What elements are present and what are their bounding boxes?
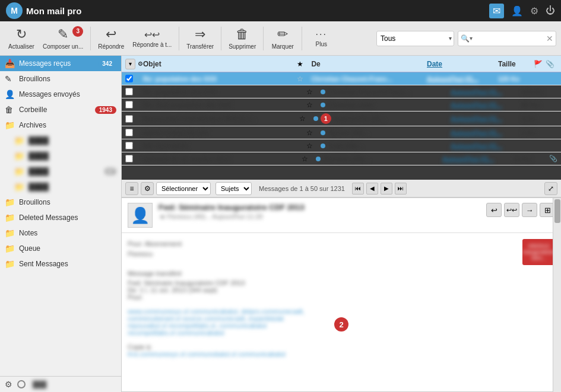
row-star[interactable]: ☆: [306, 129, 321, 137]
col-check: ▾ ⚙: [125, 59, 143, 69]
row-date: Aujourd'hui (f1...: [451, 129, 522, 136]
row-star[interactable]: ☆: [299, 114, 313, 123]
table-row[interactable]: Re: population des XXX ☆ Christian Chauv…: [122, 85, 561, 98]
sidebar-item-queue[interactable]: 📁 Queue: [0, 241, 121, 256]
preview-from: ◄ Florescu (40)... Aujourd'hui 11:20: [159, 213, 480, 220]
mail-icon[interactable]: ✉: [489, 4, 504, 18]
row-check[interactable]: [125, 129, 143, 136]
archives-icon: 📁: [5, 120, 15, 130]
select-dropdown[interactable]: Sélectionner: [156, 182, 211, 195]
scroll-thumb[interactable]: [554, 199, 560, 223]
preview-reply-all-button[interactable]: ↩↩: [504, 203, 519, 217]
row-star[interactable]: ☆: [297, 75, 311, 83]
nav-last-button[interactable]: ⏭: [395, 183, 407, 195]
row-check[interactable]: [125, 101, 143, 109]
unread-dot: [313, 116, 318, 121]
sidebar-item-archive-sub1[interactable]: 📁 ████: [0, 133, 121, 148]
table-row[interactable]: Documento informacique 060011 t... ☆ 1 A…: [122, 111, 561, 126]
reply-all-icon: ↩↩: [144, 29, 160, 40]
row-check[interactable]: [125, 142, 143, 149]
more-icon: ···: [316, 29, 327, 40]
expand-btn[interactable]: ⤢: [544, 182, 557, 195]
toolbar-separator-5: [302, 27, 302, 50]
table-row[interactable]: semaine du 11 octobre 2013 ☆ Florescu (4…: [122, 152, 561, 165]
row-size: 4 Ko: [522, 115, 557, 122]
transfer-button[interactable]: ⇒ Transférer: [183, 24, 217, 53]
toolbar-separator-3: [221, 27, 221, 50]
table-row[interactable]: RE: fournalure ☆ Todd (40)... Aujourd'hu…: [122, 139, 561, 152]
refresh-button[interactable]: ↻ Actualiser: [5, 24, 38, 53]
col-date-header[interactable]: Date: [427, 60, 498, 68]
col-from-header[interactable]: De: [311, 60, 427, 68]
sidebar-item-archives[interactable]: 📁 Archives: [0, 117, 121, 133]
reply-button[interactable]: ↩ Répondre: [94, 24, 128, 53]
row-check[interactable]: [125, 115, 143, 123]
sidebar-item-brouillons2[interactable]: 📁 Brouillons: [0, 195, 121, 210]
expand-icon[interactable]: ⤢: [544, 182, 557, 195]
table-row[interactable]: Re: population des XXX ☆ Christian Chauv…: [122, 72, 561, 85]
nav-prev-button[interactable]: ◀: [366, 183, 378, 195]
inbox-label: Messages reçus: [19, 59, 94, 68]
brouillons2-icon: 📁: [5, 197, 15, 207]
search-input[interactable]: [473, 34, 544, 43]
queue-icon: 📁: [5, 244, 15, 253]
mark-icon: ✏: [277, 27, 288, 42]
reply-all-button[interactable]: ↩↩ Répondre à t...: [129, 24, 175, 53]
nav-first-button[interactable]: ⏮: [352, 183, 364, 195]
row-subject: Re: Test population des XXX: [143, 101, 306, 109]
sidebar-item-notes[interactable]: 📁 Notes: [0, 225, 121, 241]
row-check[interactable]: [125, 75, 143, 82]
sidebar-item-inbox[interactable]: 📥 Messages reçus 342: [0, 56, 121, 71]
row-star[interactable]: ☆: [306, 88, 321, 96]
more-button[interactable]: ··· Plus: [306, 24, 337, 53]
list-options-btn[interactable]: ⚙: [141, 182, 154, 195]
sidebar-item-archive-sub4[interactable]: 📁 ████: [0, 179, 121, 195]
preview-attachment-area: 0/9/2013 Inauguratoire Sém...: [522, 239, 555, 265]
sidebar-item-archive-sub2[interactable]: 📁 ████: [0, 148, 121, 164]
nav-next-button[interactable]: ▶: [381, 183, 392, 195]
mark-button[interactable]: ✏ Marquer: [267, 24, 298, 53]
search-icon: 🔍: [461, 34, 470, 43]
settings-icon[interactable]: ⚙: [530, 5, 538, 17]
compose-button[interactable]: ✎ Composer un... 3: [39, 24, 87, 53]
avatar-icon: 👤: [131, 206, 150, 225]
search-clear-button[interactable]: ✕: [546, 34, 553, 43]
trash-count: 1943: [95, 106, 116, 114]
preview-forward-button[interactable]: →: [522, 203, 537, 217]
sidebar-item-drafts[interactable]: ✎ Brouillons: [0, 71, 121, 87]
sidebar-item-archive-sub3[interactable]: 📁 ████ 67: [0, 164, 121, 179]
filter-select[interactable]: Tous Non lus Lus Avec pièces jointes: [376, 31, 454, 46]
user-icon[interactable]: 👤: [511, 5, 523, 17]
col-size-header: Taille: [498, 60, 534, 68]
preview-meta: Fwd: Séminaire Inauguratoire CDF 2013 ◄ …: [159, 203, 480, 220]
row-star[interactable]: ☆: [302, 155, 316, 163]
preview-subject: Fwd: Séminaire Inauguratoire CDF 2013: [159, 203, 480, 212]
power-icon[interactable]: ⏻: [546, 5, 555, 16]
sidebar-item-sent-messages[interactable]: 📁 Sent Messages: [0, 256, 121, 272]
row-check[interactable]: [125, 88, 143, 95]
sidebar-item-trash[interactable]: 🗑 Corbeille 1943: [0, 102, 121, 117]
sidebar-item-sent[interactable]: 👤 Messages envoyés: [0, 87, 121, 102]
row-star[interactable]: ☆: [306, 101, 321, 109]
preview-reply-button[interactable]: ↩: [486, 203, 502, 217]
row-star[interactable]: ☆: [306, 142, 321, 150]
sidebar-item-deleted[interactable]: 📁 Deleted Messages: [0, 210, 121, 225]
unread-dot: [316, 157, 321, 161]
row-check[interactable]: [125, 155, 143, 162]
sidebar-gear-icon[interactable]: ⚙: [5, 380, 12, 389]
row-from: Aujourd'hui (f0...: [334, 115, 451, 122]
sort-dropdown[interactable]: Sujets: [215, 182, 252, 195]
col-subject-header[interactable]: Objet: [143, 60, 297, 68]
reply-all-label: Répondre à t...: [132, 42, 172, 48]
archive-sub4-label: ████: [28, 183, 116, 191]
preview-scrollbar[interactable]: [553, 198, 561, 392]
preview-intro: Florescu: [128, 250, 153, 257]
table-row[interactable]: Re: Test population des XXX ☆ Christian …: [122, 98, 561, 111]
table-row[interactable]: alerte r retour du site ☆ Rocket (40)...…: [122, 126, 561, 139]
unread-dot: [321, 130, 325, 135]
sort-btn[interactable]: ▾: [125, 59, 135, 69]
list-view-btn[interactable]: ≡: [125, 182, 138, 195]
delete-button[interactable]: 🗑 Supprimer: [225, 24, 259, 53]
row-from: Christian Chauvet-Franc...: [328, 88, 451, 95]
logo-icon: M: [6, 2, 23, 19]
